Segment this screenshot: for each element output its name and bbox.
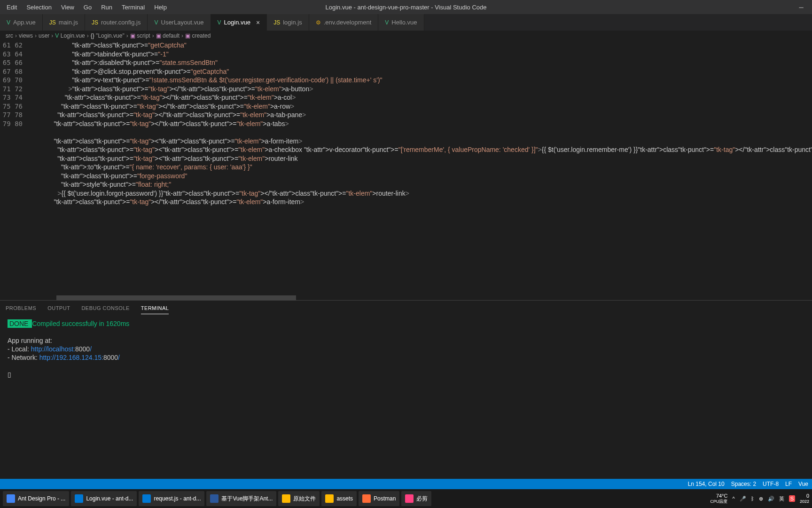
taskbar-label: Login.vue - ant-d... [86,495,133,502]
menu-run[interactable]: Run [96,1,117,14]
window-controls: ─ [790,0,812,14]
chevron-right-icon: › [15,32,17,39]
network-url[interactable]: http://192.168.124.15:8000/ [39,354,120,361]
chevron-right-icon: › [35,32,37,39]
app-icon [325,494,334,503]
local-url[interactable]: http://localhost:8000/ [31,345,92,353]
taskbar-item[interactable]: request.js - ant-d... [139,491,204,506]
tray-net-icon[interactable]: ⊕ [759,496,763,502]
taskbar: Ant Design Pro - ...Login.vue - ant-d...… [0,489,812,508]
menu-help[interactable]: Help [149,1,172,14]
tray-up-icon[interactable]: ^ [732,496,734,501]
taskbar-label: assets [336,495,353,502]
tab-label: Login.vue [224,19,250,26]
taskbar-item[interactable]: 必剪 [401,491,431,506]
editor-body[interactable]: 61 62 63 64 65 66 67 68 69 70 71 72 73 7… [0,41,812,300]
minimize-button[interactable]: ─ [790,0,812,14]
taskbar-label: 基于Vue脚手架Ant... [221,495,273,503]
taskbar-item[interactable]: Login.vue - ant-d... [71,491,137,506]
menu-go[interactable]: Go [79,1,96,14]
breadcrumb-item[interactable]: V Login.vue [55,32,85,39]
clock[interactable]: 0 2022 [800,493,809,504]
status-spaces[interactable]: Spaces: 2 [731,481,756,487]
js-icon: JS [92,19,98,26]
editor-tab[interactable]: JSrouter.config.js [85,14,148,31]
chevron-right-icon: › [181,32,183,39]
editor-tab[interactable]: VLogin.vue× [211,14,267,31]
taskbar-item[interactable]: 原始文件 [278,491,320,506]
breadcrumb-item[interactable]: {} "Login.vue" [91,32,125,39]
breadcrumb-item[interactable]: ▣ created [185,32,211,39]
editor-tab[interactable]: JSlogin.js [267,14,309,31]
taskbar-label: 原始文件 [293,495,316,503]
tray-sogou-icon[interactable]: S [789,495,795,502]
tray-bt-icon[interactable]: ᛒ [751,496,754,501]
tab-label: Hello.vue [391,19,417,26]
editor-tab[interactable]: VHello.vue [378,14,424,31]
tray-ime-icon[interactable]: 英 [779,495,784,502]
breadcrumb-item[interactable]: user [39,32,49,39]
titlebar: Edit Selection View Go Run Terminal Help… [0,0,812,14]
taskbar-item[interactable]: Postman [359,491,399,506]
status-lang[interactable]: Vue [798,481,808,487]
cube-icon: ▣ [130,32,135,39]
close-icon[interactable]: × [256,19,260,26]
app-icon [210,494,219,503]
tab-output[interactable]: OUTPUT [47,302,70,314]
system-tray[interactable]: 74°C CPU温度 ^ 🎤 ᛒ ⊕ 🔊 英 S 0 2022 [710,493,809,504]
editor-area: VApp.vueJSmain.jsJSrouter.config.jsVUser… [0,14,812,479]
vue-icon: V [385,19,389,26]
term-line-local: - Local: http://localhost:8000/ [8,345,812,353]
tab-label: UserLayout.vue [161,19,204,26]
tab-label: App.vue [13,19,36,26]
taskbar-item[interactable]: 基于Vue脚手架Ant... [206,491,276,506]
taskbar-item[interactable]: assets [321,491,357,506]
tab-problems[interactable]: PROBLEMS [6,302,36,314]
taskbar-label: Ant Design Pro - ... [18,495,65,502]
status-encoding[interactable]: UTF-8 [763,481,779,487]
status-eol[interactable]: LF [785,481,792,487]
cursor-block: ▯ [8,370,812,379]
tray-mic-icon[interactable]: 🎤 [740,496,746,502]
chevron-right-icon: › [87,32,89,39]
js-icon: JS [49,19,56,26]
horizontal-scrollbar[interactable] [56,295,296,300]
tab-terminal[interactable]: TERMINAL [141,302,169,314]
app-icon [405,494,414,503]
tab-label: router.config.js [101,19,141,26]
editor-tab[interactable]: ⚙.env.development [309,14,379,31]
status-position[interactable]: Ln 154, Col 10 [688,481,725,487]
statusbar: Ln 154, Col 10 Spaces: 2 UTF-8 LF Vue [0,479,812,489]
menu-selection[interactable]: Selection [22,1,56,14]
editor-tab[interactable]: JSmain.js [43,14,85,31]
breadcrumb-item[interactable]: ▣ script [130,32,150,39]
term-line: App running at: [8,336,812,345]
tab-debug-console[interactable]: DEBUG CONSOLE [81,302,129,314]
menu-view[interactable]: View [56,1,79,14]
tab-label: main.js [59,19,78,26]
breadcrumb-item[interactable]: views [19,32,33,39]
taskbar-label: Postman [374,495,396,502]
vue-icon: V [154,19,158,26]
chevron-right-icon: › [126,32,128,39]
terminal-content[interactable]: DONE Compiled successfully in 1620ms 上午 … [0,316,812,479]
chevron-right-icon: › [51,32,53,39]
breadcrumb[interactable]: src›views›user›V Login.vue›{} "Login.vue… [0,31,812,41]
tab-bar: VApp.vueJSmain.jsJSrouter.config.jsVUser… [0,14,812,31]
code-content[interactable]: "tk-attr">class"tk-punct">="getCaptcha" … [28,41,812,300]
breadcrumb-item[interactable]: src [6,32,13,39]
compile-msg: Compiled successfully in 1620ms [32,320,129,327]
vue-icon: V [55,32,59,39]
editor-tab[interactable]: VApp.vue [0,14,43,31]
taskbar-item[interactable]: Ant Design Pro - ... [3,491,69,506]
app-icon [142,494,151,503]
tray-vol-icon[interactable]: 🔊 [768,496,774,502]
line-gutter: 61 62 63 64 65 66 67 68 69 70 71 72 73 7… [0,41,28,300]
editor-tab[interactable]: VUserLayout.vue [148,14,211,31]
menubar: Edit Selection View Go Run Terminal Help [0,1,172,14]
menu-edit[interactable]: Edit [2,1,22,14]
vue-icon: V [218,19,221,26]
breadcrumb-item[interactable]: ▣ default [156,32,180,39]
menu-terminal[interactable]: Terminal [117,1,149,14]
env-icon: ⚙ [316,19,321,26]
